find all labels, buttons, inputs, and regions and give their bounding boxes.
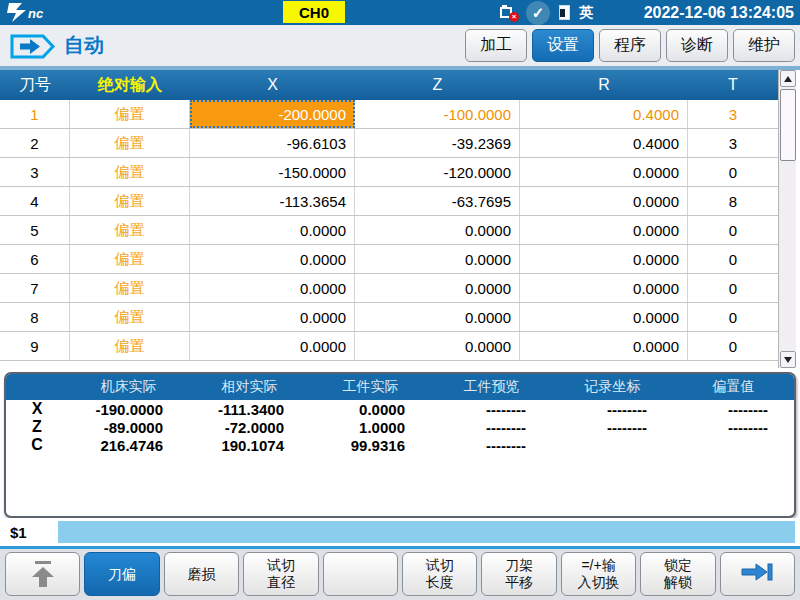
cell-tool-no[interactable]: 8 <box>0 303 70 331</box>
softkey-empty-button[interactable] <box>323 552 398 596</box>
axis-label: C <box>6 436 68 454</box>
softkey-刀偏[interactable]: 刀偏 <box>84 552 159 596</box>
cell-t[interactable]: 0 <box>688 245 778 273</box>
cell-abs-input[interactable]: 偏置 <box>70 245 190 273</box>
axis-label: Z <box>6 418 68 436</box>
table-row-tool-8: 8偏置0.00000.00000.00000 <box>0 303 778 332</box>
nav-tab-程序[interactable]: 程序 <box>599 29 661 62</box>
cell-r[interactable]: 0.4000 <box>520 100 688 128</box>
cell-t[interactable]: 3 <box>688 129 778 157</box>
nav-tab-维护[interactable]: 维护 <box>733 29 795 62</box>
coord-value: -89.0000 <box>68 419 189 436</box>
cell-r[interactable]: 0.0000 <box>520 158 688 186</box>
cell-abs-input[interactable]: 偏置 <box>70 332 190 360</box>
cell-r[interactable]: 0.0000 <box>520 187 688 215</box>
cell-z[interactable]: -63.7695 <box>355 187 520 215</box>
cell-t[interactable]: 8 <box>688 187 778 215</box>
coord-value: -------- <box>673 419 794 436</box>
brand-logo: nc <box>6 1 68 28</box>
cell-r[interactable]: 0.0000 <box>520 216 688 244</box>
softkey-skip-right-button[interactable] <box>720 552 795 596</box>
cell-t[interactable]: 0 <box>688 274 778 302</box>
scrollbar-thumb[interactable] <box>780 89 796 161</box>
cell-r[interactable]: 0.0000 <box>520 274 688 302</box>
cell-t[interactable]: 0 <box>688 332 778 360</box>
coord-value: -72.0000 <box>189 419 310 436</box>
cell-x[interactable]: -200.0000 <box>190 100 355 128</box>
softkey-刀架平移[interactable]: 刀架 平移 <box>481 552 556 596</box>
scroll-up-button[interactable] <box>780 70 796 87</box>
coord-value: 99.9316 <box>310 437 431 454</box>
cell-t[interactable]: 0 <box>688 158 778 186</box>
cell-z[interactable]: 0.0000 <box>355 303 520 331</box>
vertical-scrollbar[interactable] <box>778 70 796 368</box>
cell-r[interactable]: 0.4000 <box>520 129 688 157</box>
nav-tab-设置[interactable]: 设置 <box>532 29 594 62</box>
coord-value: 190.1074 <box>189 437 310 454</box>
cell-z[interactable]: 0.0000 <box>355 332 520 360</box>
cell-x[interactable]: 0.0000 <box>190 303 355 331</box>
cell-z[interactable]: -120.0000 <box>355 158 520 186</box>
scroll-down-button[interactable] <box>780 351 796 368</box>
cell-x[interactable]: -150.0000 <box>190 158 355 186</box>
cell-x[interactable]: 0.0000 <box>190 216 355 244</box>
cell-x[interactable]: 0.0000 <box>190 274 355 302</box>
cell-z[interactable]: -39.2369 <box>355 129 520 157</box>
softkey-试切长度[interactable]: 试切 长度 <box>402 552 477 596</box>
status-icons: × ✓ 英 <box>500 0 593 25</box>
coordinate-panel: 机床实际相对实际工件实际工件预览记录坐标偏置值 X-190.0000-111.3… <box>4 372 796 518</box>
cell-x[interactable]: 0.0000 <box>190 245 355 273</box>
cell-abs-input[interactable]: 偏置 <box>70 129 190 157</box>
nav-tab-诊断[interactable]: 诊断 <box>666 29 728 62</box>
cell-r[interactable]: 0.0000 <box>520 332 688 360</box>
table-row-tool-9: 9偏置0.00000.00000.00000 <box>0 332 778 361</box>
command-input[interactable] <box>58 521 795 543</box>
softkey-up-arrow-button[interactable] <box>5 552 80 596</box>
cell-t[interactable]: 0 <box>688 303 778 331</box>
cell-tool-no[interactable]: 7 <box>0 274 70 302</box>
command-prompt: $1 <box>10 524 58 541</box>
softkey-=/+输入切换[interactable]: =/+输 入切换 <box>561 552 636 596</box>
cell-abs-input[interactable]: 偏置 <box>70 187 190 215</box>
cell-abs-input[interactable]: 偏置 <box>70 303 190 331</box>
cell-x[interactable]: 0.0000 <box>190 332 355 360</box>
coord-col-header: 记录坐标 <box>552 374 673 400</box>
cell-z[interactable]: 0.0000 <box>355 245 520 273</box>
cell-z[interactable]: -100.0000 <box>355 100 520 128</box>
cell-tool-no[interactable]: 3 <box>0 158 70 186</box>
softkey-试切直径[interactable]: 试切 直径 <box>243 552 318 596</box>
cell-tool-no[interactable]: 9 <box>0 332 70 360</box>
col-header-r: R <box>520 70 688 100</box>
cell-t[interactable]: 0 <box>688 216 778 244</box>
cell-tool-no[interactable]: 2 <box>0 129 70 157</box>
cell-abs-input[interactable]: 偏置 <box>70 158 190 186</box>
edit-mode-icon <box>559 5 570 20</box>
coord-value: -------- <box>431 419 552 436</box>
coordinate-panel-body: X-190.0000-111.34000.0000---------------… <box>6 400 794 454</box>
nav-tab-加工[interactable]: 加工 <box>465 29 527 62</box>
coord-value: 1.0000 <box>310 419 431 436</box>
col-header-t: T <box>688 70 778 100</box>
cell-r[interactable]: 0.0000 <box>520 303 688 331</box>
cell-z[interactable]: 0.0000 <box>355 216 520 244</box>
cell-x[interactable]: -96.6103 <box>190 129 355 157</box>
coord-col-header: 工件预览 <box>431 374 552 400</box>
col-header-tool-no: 刀号 <box>0 70 70 100</box>
cell-abs-input[interactable]: 偏置 <box>70 274 190 302</box>
softkey-磨损[interactable]: 磨损 <box>164 552 239 596</box>
cell-r[interactable]: 0.0000 <box>520 245 688 273</box>
cell-tool-no[interactable]: 1 <box>0 100 70 128</box>
nav-buttons: 加工设置程序诊断维护 <box>465 29 795 62</box>
cell-tool-no[interactable]: 6 <box>0 245 70 273</box>
cell-tool-no[interactable]: 4 <box>0 187 70 215</box>
softkey-锁定解锁[interactable]: 锁定 解锁 <box>640 552 715 596</box>
cell-x[interactable]: -113.3654 <box>190 187 355 215</box>
cell-z[interactable]: 0.0000 <box>355 274 520 302</box>
cell-t[interactable]: 3 <box>688 100 778 128</box>
coordinate-panel-header: 机床实际相对实际工件实际工件预览记录坐标偏置值 <box>6 374 794 400</box>
cell-tool-no[interactable]: 5 <box>0 216 70 244</box>
cell-abs-input[interactable]: 偏置 <box>70 216 190 244</box>
coord-col-header: 工件实际 <box>310 374 431 400</box>
cell-abs-input[interactable]: 偏置 <box>70 100 190 128</box>
command-line: $1 <box>0 518 800 546</box>
